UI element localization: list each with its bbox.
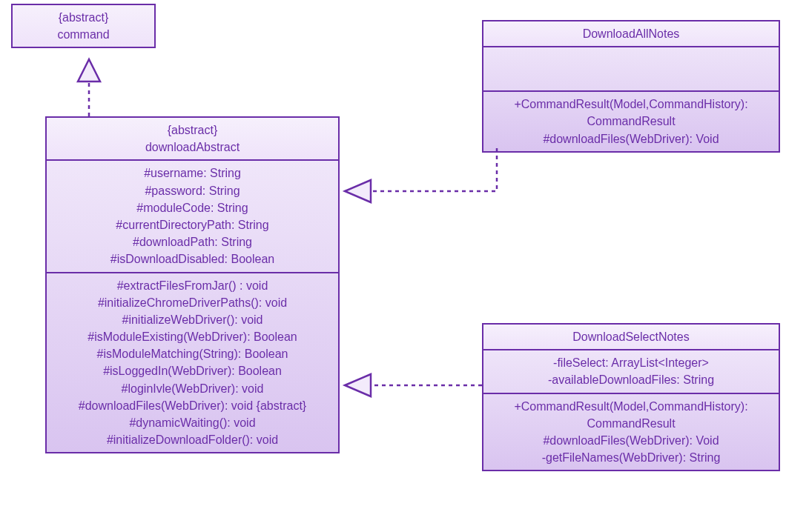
arrow-download-all-notes-head [345, 180, 371, 202]
op: +CommandResult(Model,CommandHistory): [489, 96, 773, 113]
op: #dynamicWaiting(): void [53, 414, 332, 431]
attr: #isDownloadDisabled: Boolean [53, 250, 332, 267]
op: #isModuleMatching(String): Boolean [53, 345, 332, 362]
class-download-abstract-ops: #extractFilesFromJar() : void #initializ… [47, 272, 338, 453]
attr: -fileSelect: ArrayList<Integer> [489, 354, 773, 371]
class-command-title: {abstract} command [13, 5, 154, 47]
class-download-abstract: {abstract} downloadAbstract #username: S… [45, 116, 340, 453]
op: #initializeWebDriver(): void [53, 311, 332, 328]
attr: #username: String [53, 164, 332, 182]
class-command: {abstract} command [11, 4, 156, 48]
op: #isModuleExisting(WebDriver): Boolean [53, 328, 332, 345]
arrow-download-all-notes-line [371, 148, 497, 191]
op: #downloadFiles(WebDriver): Void [489, 130, 773, 147]
op: #initializeDownloadFolder(): void [53, 431, 332, 448]
arrow-download-select-notes-head [345, 374, 371, 396]
class-download-all-notes-ops: +CommandResult(Model,CommandHistory): Co… [483, 90, 779, 151]
class-download-all-notes-attrs [483, 46, 779, 90]
class-download-select-notes: DownloadSelectNotes -fileSelect: ArrayLi… [482, 323, 780, 471]
op: -getFileNames(WebDriver): String [489, 449, 773, 466]
stereotype: {abstract} [19, 9, 148, 26]
attr: #password: String [53, 182, 332, 199]
op: #extractFilesFromJar() : void [53, 277, 332, 294]
class-download-select-notes-title: DownloadSelectNotes [483, 325, 779, 349]
op: CommandResult [489, 415, 773, 432]
class-name: DownloadAllNotes [489, 25, 773, 42]
stereotype: {abstract} [53, 122, 332, 139]
attr: -availableDownloadFiles: String [489, 371, 773, 388]
class-download-select-notes-ops: +CommandResult(Model,CommandHistory): Co… [483, 393, 779, 471]
op: #initializeChromeDriverPaths(): void [53, 294, 332, 311]
op: #isLoggedIn(WebDriver): Boolean [53, 362, 332, 379]
op: +CommandResult(Model,CommandHistory): [489, 398, 773, 415]
op: #downloadFiles(WebDriver): Void [489, 432, 773, 449]
class-download-all-notes-title: DownloadAllNotes [483, 21, 779, 46]
class-download-abstract-attrs: #username: String #password: String #mod… [47, 159, 338, 271]
class-download-abstract-title: {abstract} downloadAbstract [47, 118, 338, 159]
class-download-select-notes-attrs: -fileSelect: ArrayList<Integer> -availab… [483, 349, 779, 392]
attr: #downloadPath: String [53, 233, 332, 250]
class-name: DownloadSelectNotes [489, 328, 773, 345]
class-name: downloadAbstract [53, 139, 332, 156]
class-name: command [19, 26, 148, 43]
op: #downloadFiles(WebDriver): void {abstrac… [53, 397, 332, 414]
class-download-all-notes: DownloadAllNotes +CommandResult(Model,Co… [482, 20, 780, 153]
op: #loginIvle(WebDriver): void [53, 380, 332, 397]
op: CommandResult [489, 113, 773, 130]
attr: #currentDirectoryPath: String [53, 216, 332, 233]
attr: #moduleCode: String [53, 199, 332, 216]
arrow-download-abstract-to-command-head [78, 59, 100, 82]
